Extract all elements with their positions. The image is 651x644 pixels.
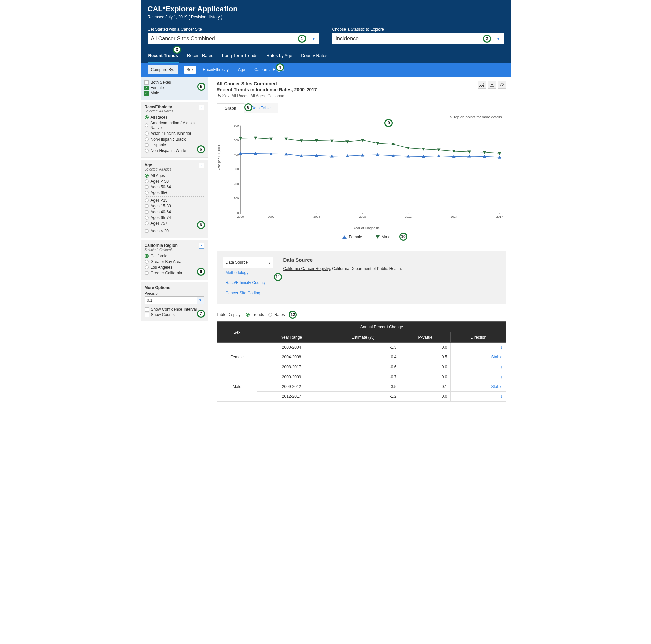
release-prefix: Released July 1, 2019 ( bbox=[148, 15, 191, 20]
show-ci-checkbox[interactable] bbox=[145, 308, 149, 312]
radio-asian-pacific-islander[interactable] bbox=[145, 131, 149, 136]
est-cell: -0.6 bbox=[326, 362, 400, 372]
radio-age[interactable] bbox=[145, 221, 149, 225]
tab-county-rates[interactable]: County Rates bbox=[301, 49, 328, 63]
sex-checkbox-male[interactable]: ✓ bbox=[144, 91, 149, 95]
cancer-site-select[interactable]: All Cancer Sites Combined 1 ▼ bbox=[148, 33, 319, 45]
info-nav-race-ethnicity-coding[interactable]: Race/Ethnicity Coding bbox=[223, 278, 273, 288]
radio-age[interactable] bbox=[145, 198, 149, 202]
collapse-button[interactable]: - bbox=[199, 163, 204, 168]
revision-history-link[interactable]: Revision History bbox=[191, 15, 220, 20]
sex-checkbox-both-sexes[interactable] bbox=[144, 80, 149, 85]
radio-label: Non-Hispanic White bbox=[151, 148, 186, 153]
chart-area: ↖ Tap on points for more details. 9 Rate… bbox=[217, 113, 506, 243]
y-axis-label: Rate per 100,000 bbox=[217, 145, 221, 171]
radio-label: All Races bbox=[151, 115, 168, 120]
download-icon[interactable] bbox=[488, 81, 496, 89]
chart-subtitle: By Sex, All Races, All Ages, California bbox=[217, 93, 317, 98]
help-badge-3: 3 bbox=[173, 46, 181, 54]
collapse-button[interactable]: - bbox=[199, 105, 204, 110]
tap-hint: ↖ Tap on points for more details. bbox=[450, 115, 503, 119]
info-nav-cancer-site-coding[interactable]: Cancer Site Coding bbox=[223, 288, 273, 298]
help-badge-11: 11 bbox=[274, 273, 282, 281]
chart-title: All Cancer Sites Combined Recent Trends … bbox=[217, 81, 317, 93]
help-badge-5: 5 bbox=[197, 83, 205, 91]
radio-hispanic[interactable] bbox=[145, 143, 149, 147]
radio-all-races[interactable] bbox=[145, 115, 149, 119]
region-subtitle: Selected: California bbox=[145, 248, 178, 252]
p-cell: 0.5 bbox=[400, 352, 451, 362]
show-ci-label: Show Confidence Interval bbox=[151, 307, 197, 312]
radio-label: Ages 40-64 bbox=[151, 209, 171, 214]
radio-los-angeles[interactable] bbox=[145, 265, 149, 269]
help-badge-10: 10 bbox=[399, 233, 407, 241]
radio-age[interactable] bbox=[145, 210, 149, 214]
radio-non-hispanic-black[interactable] bbox=[145, 137, 149, 141]
info-nav-data-source[interactable]: Data Source bbox=[223, 257, 273, 268]
view-tab-graph[interactable]: Graph bbox=[217, 103, 244, 113]
tab-long-term-trends[interactable]: Long-Term Trends bbox=[221, 49, 258, 63]
sex-label: Both Sexes bbox=[151, 80, 171, 85]
radio-label: Hispanic bbox=[151, 143, 166, 147]
precision-select[interactable]: 0.1 ▼ bbox=[145, 296, 204, 304]
chart-svg[interactable]: 0100200300400500600200020022005200820112… bbox=[230, 120, 503, 224]
est-cell: -1.3 bbox=[326, 343, 400, 352]
age-title: Age bbox=[145, 163, 172, 168]
svg-rect-1 bbox=[481, 86, 482, 87]
radio-age[interactable] bbox=[145, 174, 149, 178]
statistic-select[interactable]: Incidence 2 ▼ bbox=[332, 33, 504, 45]
range-cell: 2000-2004 bbox=[257, 343, 326, 352]
dir-cell: ↓ bbox=[451, 343, 506, 352]
th-p: P-Value bbox=[400, 332, 451, 343]
collapse-button[interactable]: - bbox=[199, 243, 204, 248]
radio-greater-bay-area[interactable] bbox=[145, 260, 149, 264]
release-line: Released July 1, 2019 ( Revision History… bbox=[148, 15, 504, 20]
caret-down-icon: ▼ bbox=[497, 37, 500, 41]
age-filter-panel: Age Selected: All Ages - All AgesAges < … bbox=[141, 160, 208, 238]
th-dir: Direction bbox=[451, 332, 506, 343]
radio-label: Asian / Pacific Islander bbox=[151, 131, 191, 136]
compare-tab-race-ethnicity[interactable]: Race/Ethnicity bbox=[200, 65, 231, 74]
show-counts-checkbox[interactable] bbox=[145, 313, 149, 317]
region-title: California Region bbox=[145, 243, 178, 248]
p-cell: 0.0 bbox=[400, 362, 451, 372]
radio-label: Ages 15-39 bbox=[151, 204, 171, 208]
info-nav-methodology[interactable]: Methodology bbox=[223, 268, 273, 278]
info-rest: , California Department of Public Health… bbox=[330, 266, 402, 271]
sex-filter-panel: Both Sexes✓Female✓Male 5 bbox=[141, 77, 208, 99]
region-filter-panel: California Region Selected: California -… bbox=[141, 240, 208, 280]
radio-label: Ages 65-74 bbox=[151, 215, 171, 220]
radio-age[interactable] bbox=[145, 185, 149, 189]
radio-california[interactable] bbox=[145, 254, 149, 258]
chart-options-icon[interactable] bbox=[477, 81, 486, 89]
radio-age[interactable] bbox=[145, 191, 149, 195]
radio-age[interactable] bbox=[145, 229, 149, 233]
help-badge-1: 1 bbox=[298, 35, 306, 43]
trends-radio[interactable] bbox=[246, 313, 250, 317]
dir-cell: Stable bbox=[451, 352, 506, 362]
help-badge-4: 4 bbox=[276, 63, 284, 71]
radio-non-hispanic-white[interactable] bbox=[145, 149, 149, 153]
legend-female[interactable]: Female bbox=[342, 235, 362, 239]
radio-age[interactable] bbox=[145, 179, 149, 183]
radio-age[interactable] bbox=[145, 215, 149, 219]
legend-male[interactable]: Male bbox=[376, 235, 391, 239]
rates-radio[interactable] bbox=[268, 313, 272, 317]
svg-text:400: 400 bbox=[234, 153, 239, 157]
radio-age[interactable] bbox=[145, 204, 149, 208]
dir-cell: ↓ bbox=[451, 362, 506, 372]
compare-tab-age[interactable]: Age bbox=[235, 65, 248, 74]
link-icon[interactable] bbox=[498, 81, 506, 89]
tab-rates-by-age[interactable]: Rates by Age bbox=[266, 49, 293, 63]
radio-american-indian-alaska-native[interactable] bbox=[145, 123, 149, 127]
ccr-link[interactable]: California Cancer Registry bbox=[283, 266, 330, 271]
th-est: Estimate (%) bbox=[326, 332, 400, 343]
sex-checkbox-female[interactable]: ✓ bbox=[144, 86, 149, 90]
compare-tab-sex[interactable]: Sex bbox=[184, 65, 196, 74]
svg-text:600: 600 bbox=[234, 124, 239, 127]
help-badge-6b: 6 bbox=[197, 221, 205, 229]
tab-recent-rates[interactable]: Recent Rates bbox=[186, 49, 214, 63]
release-suffix: ) bbox=[220, 15, 222, 20]
p-cell: 0.0 bbox=[400, 392, 451, 402]
radio-greater-california[interactable] bbox=[145, 271, 149, 275]
